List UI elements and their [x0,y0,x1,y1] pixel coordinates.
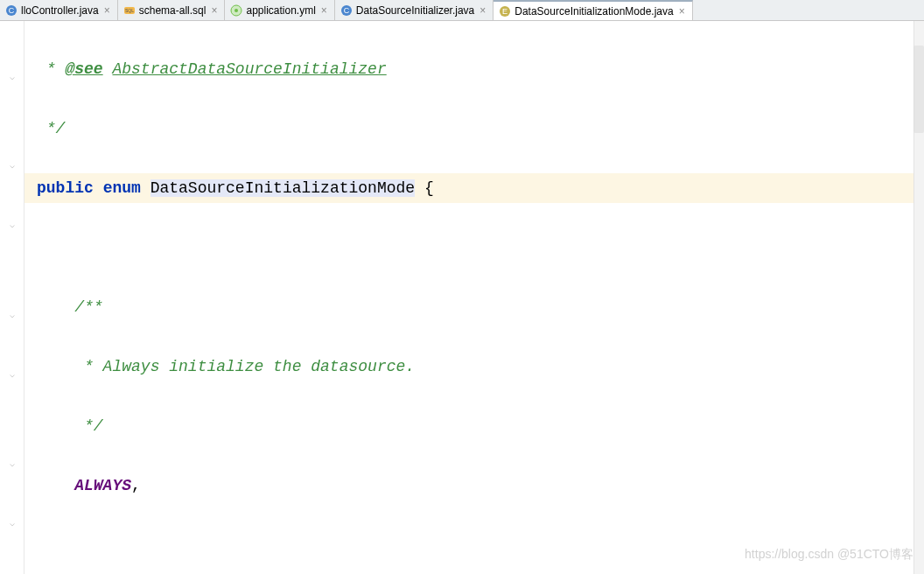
fold-marker-icon[interactable]: ⌵ [7,368,18,379]
code-area[interactable]: * @see AbstractDataSourceInitializer */ … [24,21,924,574]
gutter: ⌵ ⌵ ⌵ ⌵ ⌵ ⌵ ⌵ [0,21,24,574]
scrollbar-thumb[interactable] [914,46,924,133]
tab-label: lloController.java [21,4,99,17]
tab-label: DataSourceInitializer.java [356,4,474,17]
java-class-icon: C [5,4,18,17]
tab-application-yml[interactable]: application.yml × [225,0,334,20]
editor-tabs: C lloController.java × SQL schema-all.sq… [0,0,924,21]
svg-text:SQL: SQL [125,8,134,13]
tab-schema-sql[interactable]: SQL schema-all.sql × [118,0,226,20]
java-class-icon: C [340,4,353,17]
svg-text:E: E [502,7,508,16]
error-stripe [914,21,924,574]
tab-label: application.yml [246,4,315,17]
tab-datasource-initialization-mode[interactable]: E DataSourceInitializationMode.java × [494,0,692,20]
svg-text:C: C [344,6,350,15]
sql-icon: SQL [123,4,136,17]
svg-point-5 [234,9,238,12]
close-icon[interactable]: × [209,4,219,17]
fold-marker-icon[interactable]: ⌵ [7,309,18,319]
tab-datasource-initializer[interactable]: C DataSourceInitializer.java × [335,0,494,20]
fold-marker-icon[interactable]: ⌵ [7,517,18,528]
close-icon[interactable]: × [102,4,112,17]
tab-controller[interactable]: C lloController.java × [0,0,118,20]
close-icon[interactable]: × [478,4,487,17]
svg-text:C: C [9,6,15,15]
yaml-icon [230,4,242,17]
java-enum-icon: E [499,5,511,18]
close-icon[interactable]: × [677,5,687,18]
tab-label: DataSourceInitializationMode.java [514,5,673,18]
fold-marker-icon[interactable]: ⌵ [7,71,18,81]
editor: ⌵ ⌵ ⌵ ⌵ ⌵ ⌵ ⌵ * @see AbstractDataSourceI… [0,21,924,574]
fold-marker-icon[interactable]: ⌵ [7,219,18,229]
close-icon[interactable]: × [319,4,329,17]
fold-marker-icon[interactable]: ⌵ [7,159,18,170]
enum-declaration-line: public enum DataSourceInitializationMode… [24,173,924,203]
fold-marker-icon[interactable]: ⌵ [7,458,18,468]
tab-label: schema-all.sql [139,4,206,17]
watermark: https://blog.csdn @51CTO博客 [745,539,914,569]
